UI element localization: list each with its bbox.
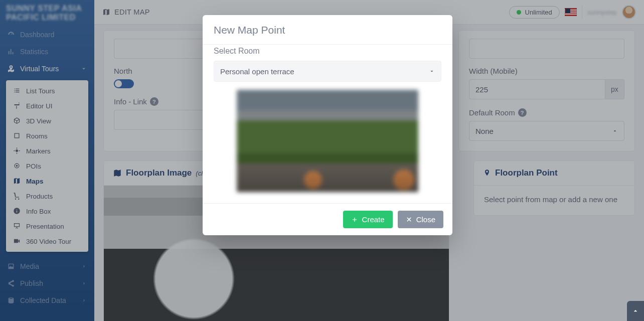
create-button[interactable]: Create <box>343 211 393 228</box>
scroll-to-top-button[interactable] <box>627 301 644 321</box>
select-room-label: Select Room <box>214 47 441 56</box>
caret-down-icon <box>429 68 435 74</box>
new-map-point-modal: New Map Point Select Room Personal open … <box>203 15 452 235</box>
close-button[interactable]: Close <box>398 211 443 228</box>
modal-title: New Map Point <box>203 15 452 44</box>
chevron-up-icon <box>631 307 639 315</box>
close-icon <box>406 216 412 223</box>
select-room-dropdown[interactable]: Personal open terrace <box>214 61 441 82</box>
plus-icon <box>351 216 358 223</box>
room-preview-image <box>237 90 418 192</box>
